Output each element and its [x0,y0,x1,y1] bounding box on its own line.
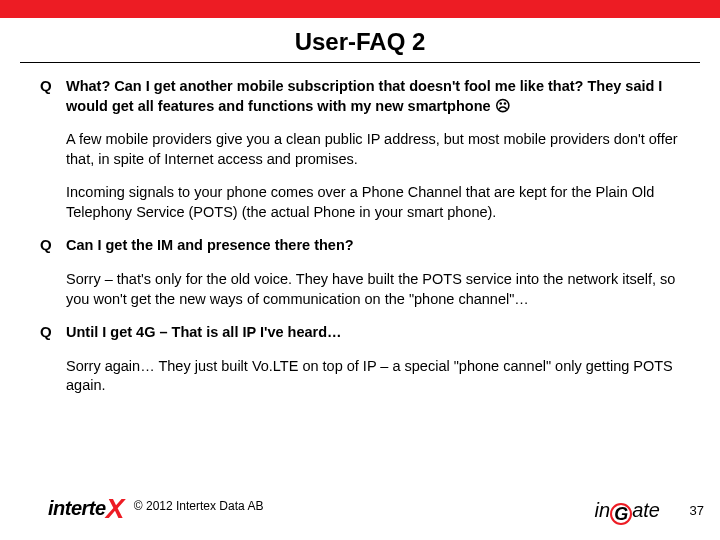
q-marker: Q [40,77,66,116]
copyright-text: © 2012 Intertex Data AB [134,499,264,513]
faq-row: Q Until I get 4G – That is all IP I've h… [40,323,680,343]
faq-row: Sorry – that's only for the old voice. T… [40,270,680,309]
logo-ate: ate [632,499,660,521]
content-area: Q What? Can I get another mobile subscri… [0,63,720,396]
faq-row: Incoming signals to your phone comes ove… [40,183,680,222]
page-number: 37 [690,503,704,518]
faq-row: Q Can I get the IM and presence there th… [40,236,680,256]
faq-text: Until I get 4G – That is all IP I've hea… [66,323,680,343]
sad-face-icon: ☹ [495,98,511,114]
logo-x-icon: X [106,493,124,524]
logo-text-a: interte [48,497,106,519]
q-marker: Q [40,323,66,343]
faq-text: A few mobile providers give you a clean … [66,130,680,169]
faq-row: Sorry again… They just built Vo.LTE on t… [40,357,680,396]
slide-title: User-FAQ 2 [20,18,700,63]
header-redbar [0,0,720,18]
intertex-logo: interteX [48,490,124,522]
footer-left: interteX © 2012 Intertex Data AB [48,490,263,522]
q-marker [40,183,66,222]
logo-g-circle-icon: G [610,503,632,525]
q-marker [40,357,66,396]
faq-row: A few mobile providers give you a clean … [40,130,680,169]
faq-text: What? Can I get another mobile subscript… [66,77,680,116]
q-marker [40,270,66,309]
faq-text: Can I get the IM and presence there then… [66,236,680,256]
slide: User-FAQ 2 Q What? Can I get another mob… [0,0,720,540]
question-text: What? Can I get another mobile subscript… [66,78,662,114]
q-marker [40,130,66,169]
footer: interteX © 2012 Intertex Data AB inGate … [0,492,720,522]
logo-in: in [595,499,611,521]
q-marker: Q [40,236,66,256]
faq-text: Sorry again… They just built Vo.LTE on t… [66,357,680,396]
faq-row: Q What? Can I get another mobile subscri… [40,77,680,116]
ingate-logo: inGate [595,499,660,522]
faq-text: Incoming signals to your phone comes ove… [66,183,680,222]
faq-text: Sorry – that's only for the old voice. T… [66,270,680,309]
